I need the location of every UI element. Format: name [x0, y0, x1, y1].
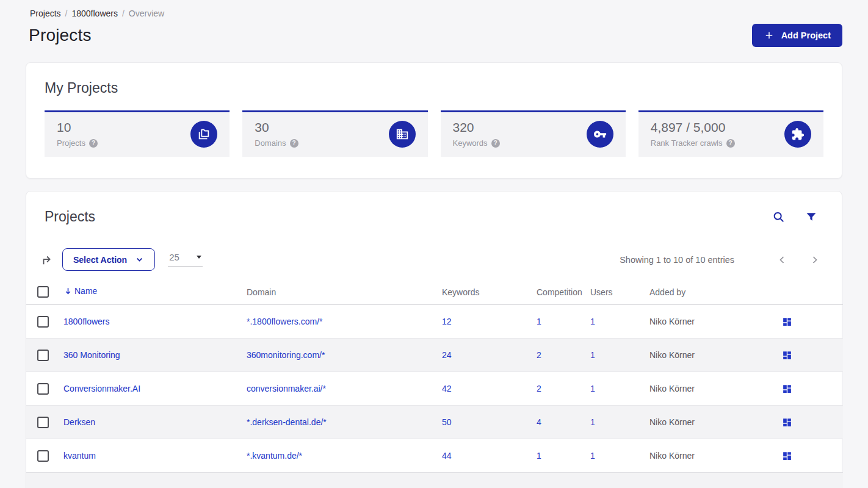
filter-icon[interactable]	[805, 211, 817, 223]
table-row-partial	[26, 473, 843, 488]
column-header-added-by[interactable]: Added by	[649, 282, 771, 305]
keywords-count-link[interactable]: 42	[442, 384, 452, 393]
column-header-name[interactable]: Name	[63, 282, 247, 305]
table-row: Conversionmaker.AI conversionmaker.ai/* …	[26, 372, 843, 406]
chevron-down-icon	[135, 255, 144, 264]
table-header-row: Name Domain Keywords Competition Users A…	[26, 282, 843, 305]
dashboard-icon[interactable]	[782, 350, 792, 361]
projects-table-card: Projects Selec	[26, 191, 842, 488]
table-row: kvantum *.kvantum.de/* 44 1 1 Niko Körne…	[26, 439, 843, 473]
stat-keywords: 320 Keywords ?	[441, 110, 626, 157]
select-all-checkbox[interactable]	[37, 286, 49, 298]
table-row: 1800flowers *.1800flowers.com/* 12 1 1 N…	[26, 305, 843, 339]
breadcrumb: Projects/1800flowers/Overview	[26, 9, 842, 18]
column-header-keywords[interactable]: Keywords	[442, 282, 537, 305]
project-name-link[interactable]: 1800flowers	[63, 317, 110, 326]
help-icon[interactable]: ?	[491, 139, 500, 148]
project-domain-link[interactable]: 360monitoring.com/*	[247, 350, 325, 360]
keywords-key-icon	[587, 121, 613, 148]
project-domain-link[interactable]: *.derksen-dental.de/*	[247, 417, 327, 427]
project-name-link[interactable]: Conversionmaker.AI	[63, 384, 140, 393]
projects-card-title: Projects	[45, 209, 95, 225]
chevron-right-icon[interactable]	[809, 254, 821, 266]
competition-count-link[interactable]: 1	[537, 317, 541, 326]
project-name-link[interactable]: kvantum	[63, 451, 96, 461]
competition-count-link[interactable]: 2	[537, 350, 541, 360]
column-header-users[interactable]: Users	[590, 282, 649, 305]
page-title: Projects	[29, 26, 92, 45]
row-checkbox[interactable]	[37, 417, 49, 428]
help-icon[interactable]: ?	[726, 139, 735, 148]
caret-down-icon	[197, 256, 201, 259]
crawls-puzzle-icon	[784, 121, 811, 148]
chevron-left-icon[interactable]	[776, 254, 788, 266]
users-count-link[interactable]: 1	[590, 451, 595, 461]
users-count-link[interactable]: 1	[590, 384, 595, 393]
breadcrumb-separator: /	[122, 9, 125, 18]
dashboard-icon[interactable]	[782, 384, 792, 394]
stat-keywords-label: Keywords	[453, 138, 488, 148]
added-by-text: Niko Körner	[649, 384, 695, 393]
row-checkbox[interactable]	[37, 316, 49, 328]
title-row: Projects Add Project	[26, 24, 842, 47]
users-count-link[interactable]: 1	[590, 417, 595, 427]
added-by-text: Niko Körner	[649, 350, 695, 360]
export-arrow-icon[interactable]	[40, 253, 54, 267]
projects-table: Name Domain Keywords Competition Users A…	[26, 282, 843, 488]
select-action-label: Select Action	[73, 255, 127, 265]
stat-rank-tracker-crawls: 4,897 / 5,000 Rank Tracker crawls ?	[638, 110, 823, 157]
stat-domains-value: 30	[255, 120, 298, 135]
keywords-count-link[interactable]: 50	[442, 417, 452, 427]
row-checkbox[interactable]	[37, 450, 49, 462]
added-by-text: Niko Körner	[649, 317, 695, 326]
users-count-link[interactable]: 1	[590, 350, 595, 360]
competition-count-link[interactable]: 4	[537, 417, 541, 427]
page-size-select[interactable]: 25	[168, 252, 203, 267]
page: Projects/1800flowers/Overview Projects A…	[0, 0, 868, 488]
dashboard-icon[interactable]	[782, 417, 792, 428]
users-count-link[interactable]: 1	[590, 317, 595, 326]
stat-domains: 30 Domains ?	[242, 110, 427, 157]
dashboard-icon[interactable]	[782, 451, 792, 461]
add-project-button[interactable]: Add Project	[752, 24, 842, 47]
my-projects-title: My Projects	[45, 80, 823, 96]
stats-row: 10 Projects ? 30 Domai	[45, 110, 823, 157]
project-domain-link[interactable]: conversionmaker.ai/*	[247, 384, 326, 393]
showing-entries-text: Showing 1 to 10 of 10 entries	[620, 255, 734, 265]
page-size-value: 25	[169, 252, 179, 262]
stat-keywords-value: 320	[453, 120, 500, 135]
dashboard-icon[interactable]	[782, 317, 792, 327]
breadcrumb-overview: Overview	[129, 9, 164, 18]
project-name-link[interactable]: 360 Monitoring	[63, 350, 120, 360]
projects-folders-icon	[190, 121, 217, 148]
competition-count-link[interactable]: 1	[537, 451, 541, 461]
column-header-competition[interactable]: Competition	[537, 282, 590, 305]
help-icon[interactable]: ?	[89, 139, 98, 148]
breadcrumb-1800flowers[interactable]: 1800flowers	[71, 9, 118, 18]
column-header-domain[interactable]: Domain	[247, 282, 442, 305]
added-by-text: Niko Körner	[649, 417, 695, 427]
breadcrumb-projects[interactable]: Projects	[30, 9, 61, 18]
competition-count-link[interactable]: 2	[537, 384, 541, 393]
project-domain-link[interactable]: *.kvantum.de/*	[247, 451, 302, 461]
stat-domains-label: Domains	[255, 138, 286, 148]
stat-projects-label: Projects	[57, 138, 85, 148]
keywords-count-link[interactable]: 24	[442, 350, 452, 360]
keywords-count-link[interactable]: 44	[442, 451, 452, 461]
sort-down-icon	[63, 287, 73, 296]
row-checkbox[interactable]	[37, 383, 49, 395]
plus-icon	[764, 30, 775, 41]
project-name-link[interactable]: Derksen	[63, 417, 95, 427]
added-by-text: Niko Körner	[649, 451, 695, 461]
table-row: 360 Monitoring 360monitoring.com/* 24 2 …	[26, 339, 843, 372]
search-icon[interactable]	[772, 210, 786, 224]
table-toolbar: Select Action 25 Showing 1 to 10 of 10 e…	[26, 248, 842, 271]
project-domain-link[interactable]: *.1800flowers.com/*	[247, 317, 323, 326]
my-projects-card: My Projects 10 Projects ?	[26, 62, 842, 179]
keywords-count-link[interactable]: 12	[442, 317, 452, 326]
stat-crawls-label: Rank Tracker crawls	[651, 138, 723, 148]
table-row: Derksen *.derksen-dental.de/* 50 4 1 Nik…	[26, 406, 843, 439]
help-icon[interactable]: ?	[290, 139, 298, 148]
select-action-dropdown[interactable]: Select Action	[62, 248, 155, 271]
row-checkbox[interactable]	[37, 350, 49, 361]
